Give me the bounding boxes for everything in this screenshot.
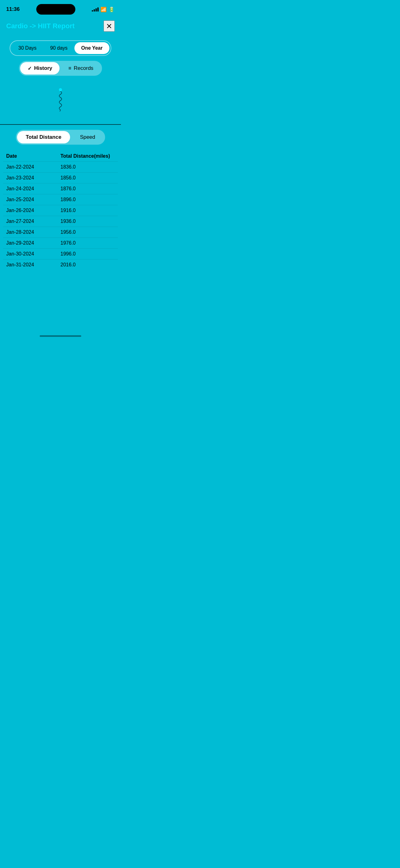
list-icon: ≡ — [68, 65, 71, 71]
status-icons: 📶 🔋 — [92, 6, 115, 12]
cell-date: Jan-24-2024 — [6, 186, 61, 191]
home-indicator — [0, 332, 121, 340]
status-time: 11:36 — [6, 6, 20, 12]
checkmark-icon: ✓ — [28, 65, 32, 71]
wifi-icon: 📶 — [100, 6, 107, 12]
table-row: Jan-29-2024 1976.0 — [3, 238, 118, 248]
table-row: Jan-31-2024 2016.0 — [3, 259, 118, 270]
cell-date: Jan-29-2024 — [6, 240, 61, 246]
column-header-value: Total Distance(miles) — [61, 153, 115, 159]
header: Cardio -> HIIT Report — [0, 17, 121, 37]
table-row: Jan-25-2024 1896.0 — [3, 194, 118, 205]
view-selector: ✓ History ≡ Records — [19, 61, 102, 76]
close-button[interactable] — [104, 21, 115, 32]
cell-value: 1936.0 — [61, 219, 115, 224]
loading-indicator — [54, 88, 67, 113]
table-row: Jan-23-2024 1856.0 — [3, 172, 118, 183]
view-btn-records[interactable]: ≡ Records — [61, 62, 101, 74]
cell-value: 1976.0 — [61, 240, 115, 246]
period-btn-90days[interactable]: 90 days — [43, 42, 74, 54]
cell-value: 2016.0 — [61, 262, 115, 268]
cell-date: Jan-27-2024 — [6, 219, 61, 224]
dynamic-island — [36, 4, 75, 14]
view-btn-records-label: Records — [74, 65, 93, 71]
divider — [0, 124, 121, 125]
period-btn-30days[interactable]: 30 Days — [11, 42, 43, 54]
view-btn-history-label: History — [34, 65, 53, 71]
cell-value: 1916.0 — [61, 208, 115, 213]
period-btn-oneyear[interactable]: One Year — [74, 42, 109, 54]
bottom-space — [0, 270, 121, 332]
table-row: Jan-26-2024 1916.0 — [3, 205, 118, 216]
cell-value: 1896.0 — [61, 197, 115, 203]
table-row: Jan-24-2024 1876.0 — [3, 183, 118, 194]
cell-value: 1836.0 — [61, 164, 115, 170]
cell-date: Jan-25-2024 — [6, 197, 61, 203]
metric-btn-distance[interactable]: Total Distance — [17, 131, 70, 144]
data-table: Date Total Distance(miles) Jan-22-2024 1… — [0, 151, 121, 270]
table-row: Jan-27-2024 1936.0 — [3, 216, 118, 227]
cell-value: 1856.0 — [61, 175, 115, 181]
cell-value: 1956.0 — [61, 229, 115, 235]
cell-value: 1996.0 — [61, 251, 115, 257]
cell-date: Jan-22-2024 — [6, 164, 61, 170]
table-row: Jan-30-2024 1996.0 — [3, 248, 118, 259]
home-bar — [40, 335, 81, 337]
page-title: Cardio -> HIIT Report — [6, 22, 75, 30]
view-btn-history[interactable]: ✓ History — [20, 62, 60, 74]
status-bar: 11:36 📶 🔋 — [0, 0, 121, 17]
cell-date: Jan-30-2024 — [6, 251, 61, 257]
cell-date: Jan-31-2024 — [6, 262, 61, 268]
table-row: Jan-28-2024 1956.0 — [3, 227, 118, 238]
column-header-date: Date — [6, 153, 61, 159]
cell-date: Jan-23-2024 — [6, 175, 61, 181]
battery-icon: 🔋 — [108, 6, 115, 12]
signal-icon — [92, 7, 99, 11]
cell-date: Jan-28-2024 — [6, 229, 61, 235]
chart-area — [6, 82, 115, 119]
cell-date: Jan-26-2024 — [6, 208, 61, 213]
metric-selector: Total Distance Speed — [16, 130, 105, 145]
cell-value: 1876.0 — [61, 186, 115, 191]
metric-btn-speed[interactable]: Speed — [71, 131, 104, 144]
table-header: Date Total Distance(miles) — [3, 151, 118, 161]
table-body: Jan-22-2024 1836.0 Jan-23-2024 1856.0 Ja… — [3, 161, 118, 270]
period-selector: 30 Days 90 days One Year — [10, 40, 111, 56]
table-row: Jan-22-2024 1836.0 — [3, 161, 118, 172]
